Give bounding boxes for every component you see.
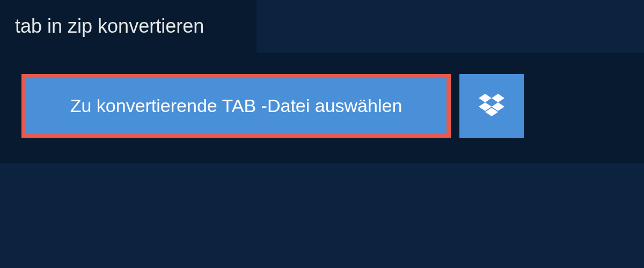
dropbox-icon [479, 94, 504, 118]
upload-panel: Zu konvertierende TAB -Datei auswählen [0, 53, 644, 163]
button-row: Zu konvertierende TAB -Datei auswählen [21, 74, 623, 138]
select-file-label: Zu konvertierende TAB -Datei auswählen [70, 95, 402, 116]
page-title: tab in zip konvertieren [15, 15, 235, 38]
tab-header: tab in zip konvertieren [0, 0, 257, 53]
select-file-button[interactable]: Zu konvertierende TAB -Datei auswählen [21, 74, 451, 138]
dropbox-button[interactable] [459, 74, 524, 138]
